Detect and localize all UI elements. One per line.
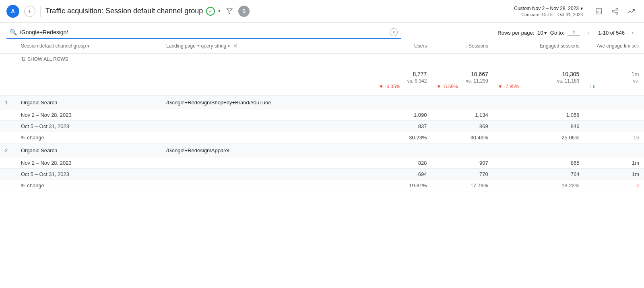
user-avatar[interactable]: A <box>6 5 19 18</box>
channel-name: Organic Search <box>16 95 161 110</box>
sessions-pct: 30.49% <box>431 132 493 143</box>
date-range[interactable]: Custom Nov 2 – Nov 28, 2023 ▾ <box>514 6 583 11</box>
row-number: 1 <box>0 95 16 110</box>
dim2-header: Landing page + query string ▾ ✕ <box>161 39 374 54</box>
avg-pct: 16 <box>584 132 644 143</box>
landing-page: /Google+Redesign/Apparel <box>161 143 374 158</box>
search-box: 🔍 ✕ <box>6 27 401 39</box>
users-val: 1,090 <box>374 110 431 121</box>
show-all-rows-button[interactable]: ⇅ SHOW ALL ROWS <box>21 56 68 62</box>
avg-val: 1m <box>584 169 644 180</box>
next-page-button[interactable]: › <box>628 28 638 37</box>
engaged-sort[interactable]: Engaged sessions <box>540 43 579 49</box>
page-title: Traffic acquisition: Session default cha… <box>45 6 509 17</box>
goto-input[interactable] <box>568 29 580 36</box>
engaged-header: Engaged sessions <box>493 39 584 54</box>
svg-point-2 <box>616 8 618 10</box>
expand-icon: ⇅ <box>21 56 26 62</box>
pct-label: % change <box>16 132 374 143</box>
engaged-val: 865 <box>493 157 584 169</box>
engaged-pct: 13.22% <box>493 180 584 191</box>
trending-icon[interactable] <box>625 5 638 18</box>
prev-page-button[interactable]: ‹ <box>584 28 593 37</box>
top-icons <box>592 5 638 18</box>
page-info: 1-10 of 546 <box>598 30 625 36</box>
sessions-sort[interactable]: ↓ Sessions <box>465 43 488 49</box>
landing-page: /Google+Redesign/Shop+by+Brand/YouTube <box>161 95 374 110</box>
users-val: 694 <box>374 169 431 180</box>
users-pct: 19.31% <box>374 180 431 191</box>
dim1-header: Session default channel group ▾ <box>16 39 161 54</box>
rows-per-page-label: Rows per page: <box>497 30 534 36</box>
avg-header: Ave engage tim ses <box>584 39 644 54</box>
add-button[interactable]: + <box>24 6 35 17</box>
dim2-chevron-icon: ▾ <box>228 44 230 48</box>
date-label: Oct 5 – Oct 31, 2023 <box>16 169 374 180</box>
table-row: 2 Organic Search /Google+Redesign/Appare… <box>0 143 644 158</box>
row-number: 2 <box>0 143 16 158</box>
dim2-filter[interactable]: Landing page + query string ▾ <box>166 43 230 49</box>
svg-point-4 <box>616 12 618 15</box>
engaged-val: 1,058 <box>493 110 584 121</box>
avg-val <box>584 110 644 121</box>
table-container: Session default channel group ▾ Landing … <box>0 39 644 191</box>
avg-pct: -3 <box>584 180 644 191</box>
users-sort[interactable]: Users <box>414 43 427 49</box>
table-row: Nov 2 – Nov 28, 2023 828 907 865 1m <box>0 157 644 169</box>
divider <box>40 6 41 17</box>
svg-marker-0 <box>227 9 232 14</box>
totals-row: 8,777 vs. 9,342 ▼ -6.05% 10,667 vs. 11,2… <box>0 65 644 95</box>
rows-chevron-icon: ▾ <box>544 30 547 36</box>
users-pct: 30.23% <box>374 132 431 143</box>
channel-name: Organic Search <box>16 143 161 158</box>
data-table: Session default channel group ▾ Landing … <box>0 39 644 191</box>
svg-line-6 <box>614 9 616 10</box>
engaged-val: 764 <box>493 169 584 180</box>
clear-button[interactable]: ✕ <box>390 28 398 36</box>
rows-per-page-select[interactable]: 10 ▾ <box>537 30 547 36</box>
date-label: Nov 2 – Nov 28, 2023 <box>16 157 374 169</box>
chart-icon[interactable] <box>592 5 605 18</box>
avg-val <box>584 121 644 132</box>
sessions-val: 869 <box>431 121 493 132</box>
sessions-val: 770 <box>431 169 493 180</box>
title-chevron-icon[interactable]: ▾ <box>218 8 221 14</box>
search-icon: 🔍 <box>10 29 17 36</box>
users-val: 828 <box>374 157 431 169</box>
table-row: 1 Organic Search /Google+Redesign/Shop+b… <box>0 95 644 110</box>
dim1-filter[interactable]: Session default channel group ▾ <box>21 43 89 49</box>
svg-point-3 <box>612 10 614 12</box>
remove-dim2-button[interactable]: ✕ <box>231 43 239 49</box>
avg-sort[interactable]: Ave engage tim ses <box>597 43 639 49</box>
column-header-row: Session default channel group ▾ Landing … <box>0 39 644 54</box>
table-row: Nov 2 – Nov 28, 2023 1,090 1,134 1,058 <box>0 110 644 121</box>
compare-range: Compare: Oct 5 – Oct 31, 2023 <box>521 12 583 17</box>
total-avg: 1m vs. ↑ 6 <box>584 65 644 95</box>
sessions-header: ↓ Sessions <box>431 39 493 54</box>
total-engaged: 10,305 vs. 11,183 ▼ -7.85% <box>493 65 584 95</box>
date-range-area: Custom Nov 2 – Nov 28, 2023 ▾ Compare: O… <box>514 6 583 17</box>
share-icon[interactable] <box>609 5 621 18</box>
show-all-row: ⇅ SHOW ALL ROWS <box>0 54 644 65</box>
sessions-val: 1,134 <box>431 110 493 121</box>
sessions-pct: 17.79% <box>431 180 493 191</box>
search-input[interactable] <box>20 29 387 35</box>
top-bar: A + Traffic acquisition: Session default… <box>0 0 644 23</box>
table-row: Oct 5 – Oct 31, 2023 694 770 764 1m <box>0 169 644 180</box>
users-header: Users <box>374 39 431 54</box>
total-users: 8,777 vs. 9,342 ▼ -6.05% <box>374 65 431 95</box>
go-to-label: Go to: <box>550 30 564 36</box>
row-num-header <box>0 39 16 54</box>
pagination-area: Rows per page: 10 ▾ Go to: ‹ 1-10 of 546… <box>497 28 638 37</box>
users-val: 837 <box>374 121 431 132</box>
avg-val: 1m <box>584 157 644 169</box>
search-area: 🔍 ✕ Rows per page: 10 ▾ Go to: ‹ 1-10 of… <box>0 23 644 39</box>
table-row: Oct 5 – Oct 31, 2023 837 869 846 <box>0 121 644 132</box>
pct-label: % change <box>16 180 374 191</box>
engaged-val: 846 <box>493 121 584 132</box>
check-icon: ✓ <box>206 7 215 16</box>
filter-icon[interactable] <box>224 6 235 17</box>
sessions-val: 907 <box>431 157 493 169</box>
table-row: % change 19.31% 17.79% 13.22% -3 <box>0 180 644 191</box>
date-chevron-icon: ▾ <box>580 6 583 11</box>
